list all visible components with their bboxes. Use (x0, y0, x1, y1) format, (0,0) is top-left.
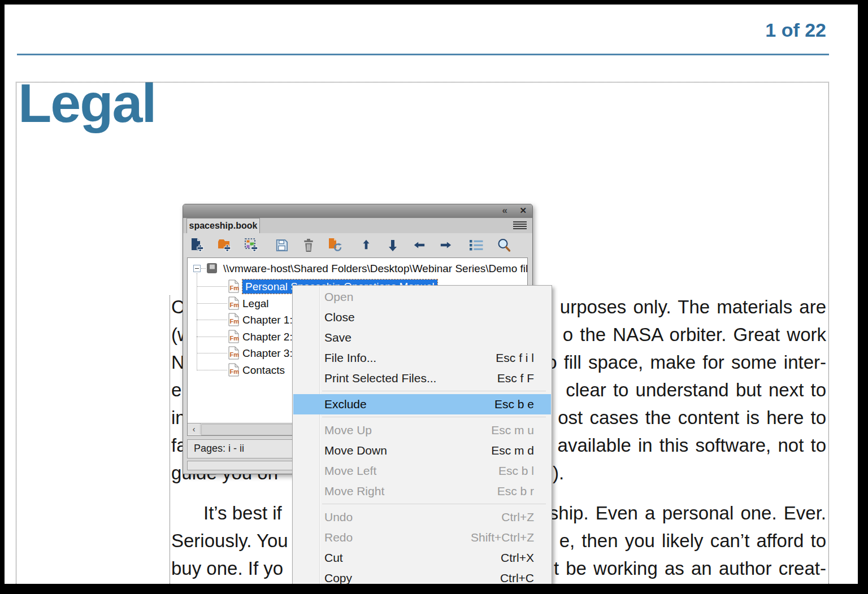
menu-item-move-up: Move UpEsc m u (293, 420, 551, 440)
svg-text:Fm: Fm (230, 351, 240, 358)
menu-item-shortcut: Esc m u (491, 423, 534, 437)
body-frame-border (170, 295, 171, 584)
menu-item-shortcut: Esc f i l (496, 351, 534, 365)
body-line-right: o fill space, make for some inter- (546, 353, 826, 372)
frame-border-left (0, 0, 5, 594)
body-line-right: clear to understand but next to (566, 381, 826, 399)
add-file-icon[interactable] (189, 237, 205, 253)
menu-item-exclude[interactable]: ExcludeEsc b e (293, 394, 551, 414)
add-selection-icon[interactable] (244, 237, 259, 253)
book-root-path: \\vmware-host\Shared Folders\Desktop\Web… (223, 261, 528, 276)
delete-icon[interactable] (301, 237, 316, 253)
scroll-left-icon[interactable]: ‹ (188, 423, 201, 435)
menu-item-shortcut: Shift+Ctrl+Z (471, 531, 534, 544)
move-up-icon[interactable] (358, 237, 374, 253)
tree-item-label: Contacts (242, 362, 285, 378)
svg-text:Fm: Fm (230, 335, 240, 342)
add-folder-icon[interactable] (216, 237, 232, 253)
menu-item-label: Exclude (324, 398, 367, 411)
menu-item-label: Move Right (324, 484, 384, 498)
move-right-icon[interactable] (438, 237, 454, 253)
tree-item-label: Chapter 1: (242, 312, 293, 327)
menu-item-label: Save (324, 331, 351, 344)
body-line-right: available in this software, not to (558, 436, 826, 455)
tree-item-label: Legal (242, 296, 269, 311)
scrollbar-thumb[interactable] (201, 424, 293, 435)
body-line-right: ost cases the content is here to (558, 408, 826, 427)
menu-item-label: Undo (324, 510, 353, 524)
book-toolbar (183, 233, 532, 257)
fm-file-icon: Fm (228, 279, 239, 293)
header-rule (17, 54, 829, 55)
menu-item-close[interactable]: Close (293, 307, 551, 327)
menu-item-label: Cut (324, 551, 343, 565)
menu-item-label: Print Selected Files... (324, 372, 436, 385)
close-panel-icon[interactable]: ✕ (519, 206, 527, 216)
panel-tab-row: spaceship.book (183, 218, 532, 234)
menu-separator (322, 504, 546, 504)
menu-item-shortcut: Esc b l (498, 464, 534, 478)
move-left-icon[interactable] (411, 237, 427, 253)
svg-text:Fm: Fm (230, 318, 240, 325)
frame-border-bottom (0, 584, 868, 594)
menu-item-shortcut: Esc m d (491, 444, 534, 457)
fm-file-icon: Fm (228, 296, 239, 310)
tree-expander-icon[interactable] (193, 265, 201, 272)
menu-separator (322, 391, 546, 391)
menu-item-shortcut: Esc f F (497, 372, 534, 385)
menu-item-label: Close (324, 311, 355, 324)
menu-item-save[interactable]: Save (293, 327, 551, 348)
fm-file-icon: Fm (228, 363, 239, 377)
search-icon[interactable] (496, 237, 512, 253)
page-title: Legal (18, 76, 155, 130)
move-down-icon[interactable] (385, 237, 401, 253)
body-line-right: t be working as an author creat- (554, 559, 826, 578)
screenshot-root: 1 of 22 Legal Curposes only. The materia… (0, 0, 868, 594)
body-line-right: ). (553, 464, 564, 482)
menu-item-label: File Info... (324, 351, 376, 365)
book-icon (206, 263, 218, 274)
menu-item-label: Redo (324, 531, 353, 544)
context-menu: OpenCloseSaveFile Info...Esc f i lPrint … (292, 285, 552, 594)
update-book-icon[interactable] (327, 237, 342, 253)
panel-menu-icon[interactable] (513, 221, 527, 230)
frame-border-top (0, 0, 868, 5)
svg-text:Fm: Fm (230, 368, 240, 375)
fm-file-icon: Fm (228, 330, 239, 343)
tree-item-label: Chapter 3: (242, 346, 293, 361)
menu-item-label: Move Up (324, 423, 372, 437)
menu-item-undo: UndoCtrl+Z (293, 507, 551, 527)
menu-item-cut[interactable]: CutCtrl+X (293, 548, 551, 568)
tab-spaceship-book[interactable]: spaceship.book (186, 218, 260, 233)
fm-file-icon: Fm (228, 313, 239, 326)
tree-root-row[interactable]: \\vmware-host\Shared Folders\Desktop\Web… (188, 261, 527, 276)
list-view-icon[interactable] (468, 237, 484, 253)
menu-item-redo: RedoShift+Ctrl+Z (293, 527, 551, 548)
svg-text:Fm: Fm (230, 302, 240, 308)
menu-item-open: Open (293, 287, 551, 307)
menu-item-move-left: Move LeftEsc b l (293, 461, 551, 481)
collapse-panel-icon[interactable]: « (502, 205, 507, 216)
page-indicator: 1 of 22 (765, 19, 826, 41)
menu-separator (322, 417, 546, 417)
svg-text:Fm: Fm (230, 285, 240, 291)
body-line-left: e (171, 381, 181, 399)
menu-item-file-info[interactable]: File Info...Esc f i l (293, 348, 551, 368)
menu-item-shortcut: Ctrl+Z (501, 510, 534, 524)
body-line-right: e, then you likely can’t afford to (559, 531, 826, 550)
menu-item-shortcut: Ctrl+C (500, 571, 534, 585)
tree-item-label: Chapter 2: (242, 329, 293, 344)
body-line-right: urposes only. The materials are (560, 298, 826, 316)
menu-item-print-selected-files[interactable]: Print Selected Files...Esc f F (293, 368, 551, 388)
menu-item-label: Move Left (324, 464, 376, 478)
save-icon[interactable] (274, 237, 289, 253)
pages-status-text: Pages: i - ii (194, 443, 244, 455)
panel-title-bar[interactable]: « ✕ (183, 204, 532, 219)
body-line-left: It’s best if (203, 504, 282, 522)
body-line-left: buy one. If yo (171, 559, 283, 578)
menu-item-shortcut: Esc b r (497, 484, 534, 498)
menu-item-move-down[interactable]: Move DownEsc m d (293, 440, 551, 461)
body-line-right: ship. Even a personal one. Ever. (549, 504, 826, 522)
menu-item-move-right: Move RightEsc b r (293, 481, 551, 501)
menu-item-shortcut: Esc b e (494, 398, 534, 411)
